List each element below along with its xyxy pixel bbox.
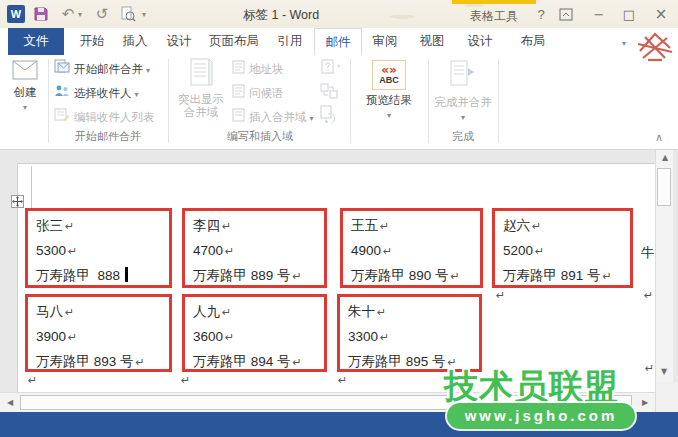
word-window: W ↶ ▾ ↺ ▾ 标签 1 - Word 表格工具 ? − □ × 文件 开始… <box>0 0 678 437</box>
text-cursor <box>125 267 128 282</box>
table-move-handle[interactable] <box>11 195 24 208</box>
select-recipients-button[interactable]: 选择收件人▾ <box>54 82 139 104</box>
paragraph-mark: ↵ <box>68 331 77 344</box>
highlight-merge-fields-button[interactable]: 突出显示合并域 <box>174 58 228 119</box>
address-block-button[interactable]: 地址块 <box>232 58 284 80</box>
greeting-line-label: 问候语 <box>249 87 284 99</box>
minimize-button[interactable]: − <box>586 5 612 24</box>
recipient-amount: 5300↵ <box>36 241 169 266</box>
envelope-icon <box>12 70 38 82</box>
tab-mailings[interactable]: 邮件 <box>314 28 362 55</box>
select-recipients-label: 选择收件人 <box>74 87 132 99</box>
seal-watermark-icon <box>634 29 676 66</box>
edit-recipient-list-button[interactable]: 编辑收件人列表 <box>54 106 155 128</box>
paragraph-mark: ↵ <box>603 270 612 283</box>
insert-merge-field-button[interactable]: 插入合并域▾ <box>232 106 314 128</box>
tab-references[interactable]: 引用 <box>270 28 310 55</box>
start-mail-merge-icon <box>54 59 70 81</box>
tab-file[interactable]: 文件 <box>8 28 64 55</box>
finish-merge-label: 完成并合并 <box>432 95 494 110</box>
tab-page-layout[interactable]: 页面布局 <box>203 28 265 55</box>
recipient-address: 万寿路甲 889 号↵ <box>193 266 324 291</box>
greeting-line-icon <box>232 83 245 105</box>
paragraph-mark: ↵ <box>28 374 37 387</box>
print-preview-icon[interactable] <box>120 6 136 25</box>
group-separator <box>498 59 499 143</box>
paragraph-mark: ↵ <box>532 220 541 233</box>
label-cell-renjiu[interactable]: 人九↵ 3600↵ 万寿路甲 894 号↵ <box>182 294 327 372</box>
paragraph-mark: ↵ <box>644 289 653 302</box>
recipient-amount: 4700↵ <box>193 241 324 266</box>
scrollbar-corner <box>655 382 678 412</box>
recipient-address: 万寿路甲 891 号↵ <box>503 266 630 291</box>
tab-design[interactable]: 设计 <box>159 28 199 55</box>
highlight-merge-fields-label: 突出显示合并域 <box>174 93 228 119</box>
update-labels-icon[interactable] <box>320 105 338 126</box>
group-separator <box>168 59 169 143</box>
start-mail-merge-label: 开始邮件合并 <box>74 63 143 75</box>
preview-results-icon: «» ABC <box>372 60 406 90</box>
tab-table-layout[interactable]: 布局 <box>513 28 553 55</box>
preview-results-label: 预览结果 <box>356 93 422 108</box>
greeting-line-button[interactable]: 问候语 <box>232 82 284 104</box>
insert-merge-field-icon <box>232 107 245 129</box>
scroll-up-button[interactable]: ▲ <box>656 150 674 166</box>
abc-glyph: ABC <box>379 75 399 85</box>
label-cell-zhangsan[interactable]: 张三↵ 5300↵ 万寿路甲 888 <box>25 208 172 288</box>
match-fields-icon[interactable] <box>320 83 338 102</box>
paragraph-mark: ↵ <box>338 374 347 387</box>
overflow-dropdown-icon[interactable]: ▾ <box>622 40 626 48</box>
word-logo-icon[interactable]: W <box>7 5 25 23</box>
paragraph-mark: ↵ <box>496 289 505 302</box>
tab-table-design[interactable]: 设计 <box>460 28 500 55</box>
label-cell-zhushi[interactable]: 朱十↵ 3300↵ 万寿路甲 895 号↵ <box>337 294 482 372</box>
close-button[interactable]: × <box>648 5 674 24</box>
save-icon[interactable] <box>33 6 49 25</box>
label-cell-lisi[interactable]: 李四↵ 4700↵ 万寿路甲 889 号↵ <box>182 208 327 288</box>
write-insert-group-label: 编写和插入域 <box>176 129 344 144</box>
vertical-scroll-thumb[interactable] <box>657 168 671 206</box>
recipient-name: 张三↵ <box>36 216 169 241</box>
maximize-button[interactable]: □ <box>616 5 642 24</box>
undo-dropdown-icon[interactable]: ▾ <box>78 11 82 19</box>
label-cell-zhaoliu[interactable]: 赵六↵ 5200↵ 万寿路甲 891 号↵ <box>492 208 633 288</box>
rules-icon[interactable] <box>320 59 342 78</box>
group-separator <box>428 59 429 143</box>
label-cell-wangwu[interactable]: 王五↵ 4900↵ 万寿路甲 890 号↵ <box>340 208 483 288</box>
address-block-icon <box>232 59 245 81</box>
label-cell-maba[interactable]: 马八↵ 3900↵ 万寿路甲 893 号↵ <box>25 294 172 372</box>
label-cell-clipped[interactable]: 牛 4 万 <box>641 213 655 293</box>
table-tools-context: 表格工具 <box>452 0 536 28</box>
table-tools-accent <box>452 0 536 4</box>
tab-view[interactable]: 视图 <box>412 28 452 55</box>
qat-customize-icon[interactable]: ▾ <box>142 11 146 19</box>
paragraph-mark: ↵ <box>68 245 77 258</box>
preview-results-button[interactable]: «» ABC 预览结果 ▾ <box>356 60 422 120</box>
paragraph-mark: ↵ <box>380 331 389 344</box>
scroll-down-button[interactable]: ▼ <box>655 364 673 380</box>
collapse-ribbon-button[interactable]: ∧ <box>655 131 663 144</box>
undo-button[interactable]: ↶ <box>58 4 78 24</box>
start-mail-merge-button[interactable]: 开始邮件合并▾ <box>54 58 150 80</box>
tab-review[interactable]: 审阅 <box>365 28 405 55</box>
tab-insert[interactable]: 插入 <box>115 28 155 55</box>
chevron-down-icon: ▾ <box>23 103 27 112</box>
finish-merge-icon <box>448 80 478 92</box>
create-button[interactable]: 创建 ▾ <box>6 60 44 112</box>
edit-recipient-list-label: 编辑收件人列表 <box>74 111 155 123</box>
tab-home[interactable]: 开始 <box>72 28 112 55</box>
chevron-down-icon: ▾ <box>461 113 465 122</box>
scroll-left-button[interactable]: ◀ <box>2 396 18 410</box>
redo-button[interactable]: ↺ <box>92 4 112 24</box>
address-block-label: 地址块 <box>249 63 284 75</box>
recipient-amount: 3300↵ <box>348 327 479 352</box>
recipient-address: 万寿路甲 893 号↵ <box>36 352 169 377</box>
finish-merge-button[interactable]: 完成并合并 ▾ <box>432 60 494 122</box>
help-button[interactable]: ? <box>528 5 554 24</box>
paragraph-mark: ↵ <box>645 362 654 375</box>
ribbon-display-options-icon[interactable] <box>559 8 573 24</box>
chevron-down-icon: ▾ <box>135 90 139 99</box>
paragraph-mark: ↵ <box>222 306 231 319</box>
edit-recipient-list-icon <box>54 107 70 129</box>
scroll-right-button[interactable]: ▶ <box>637 396 653 410</box>
